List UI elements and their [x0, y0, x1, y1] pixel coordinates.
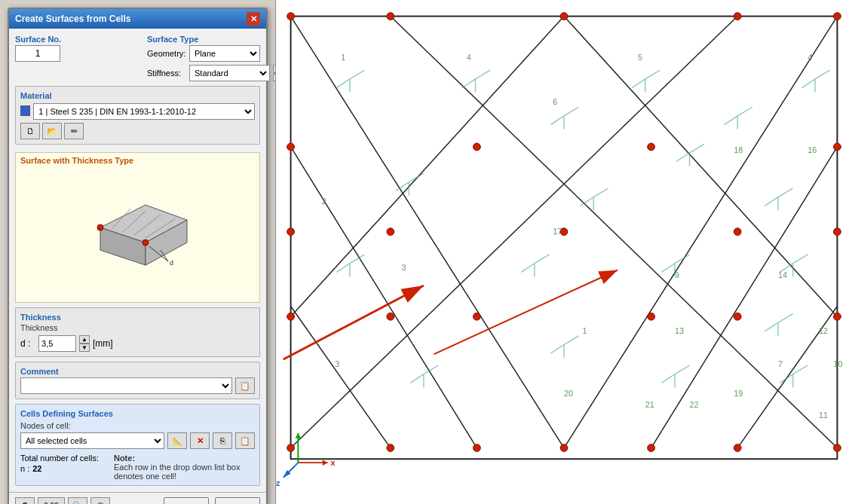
svg-point-28 — [834, 13, 841, 20]
top-row: Surface No. 1 Surface Type Geometry: Pla… — [15, 35, 260, 81]
svg-text:9: 9 — [675, 270, 679, 279]
stiffness-label: Stiffness: — [147, 69, 186, 78]
svg-text:2: 2 — [322, 197, 326, 206]
svg-text:20: 20 — [564, 389, 573, 398]
surface-no-section: Surface No. 1 — [15, 35, 141, 81]
svg-text:14: 14 — [778, 270, 787, 279]
svg-point-46 — [834, 444, 841, 452]
geometry-select[interactable]: Plane Quadric Rotational — [189, 45, 260, 62]
svg-text:10: 10 — [834, 359, 843, 368]
material-new-button[interactable]: 🗋 — [20, 123, 40, 139]
geometry-label: Geometry: — [147, 49, 186, 58]
comment-edit-button[interactable]: 📋 — [235, 377, 255, 394]
svg-text:d: d — [170, 259, 173, 267]
material-edit-button[interactable]: ✏ — [64, 123, 84, 139]
svg-text:6: 6 — [553, 97, 557, 106]
surface-no-value[interactable]: 1 — [15, 45, 60, 62]
svg-text:7: 7 — [778, 359, 783, 368]
svg-point-37 — [834, 228, 841, 236]
thickness-spinners: ▲ ▼ — [79, 335, 90, 352]
svg-text:18: 18 — [734, 145, 743, 154]
view-button[interactable]: 👁 — [90, 497, 110, 504]
material-select[interactable]: 1 | Steel S 235 | DIN EN 1993-1-1:2010-1… — [33, 103, 255, 120]
svg-point-26 — [560, 13, 568, 20]
note-text1: Each row in the drop down list box — [114, 463, 241, 472]
thickness-up-button[interactable]: ▲ — [79, 335, 90, 344]
thickness-input[interactable] — [38, 335, 76, 352]
close-button[interactable]: ✕ — [247, 12, 260, 26]
nodes-row: All selected cells 📐 ✕ ⎘ 📋 — [20, 432, 255, 449]
footer-left-buttons: ? 0.00 🔍 👁 — [15, 497, 110, 504]
svg-text:3: 3 — [402, 263, 406, 272]
viewport: 1 4 5 4 2 6 18 16 3 17 9 14 3 13 7 12 11… — [275, 0, 852, 504]
nodes-pick-button[interactable]: 📐 — [167, 432, 187, 449]
svg-point-40 — [648, 313, 655, 320]
stiffness-select[interactable]: Standard Without In-plane Without Bendin… — [189, 65, 270, 81]
total-cells-col: Total number of cells: n : 22 — [20, 454, 99, 481]
zoom-button[interactable]: 🔍 — [68, 497, 87, 504]
nodes-copy-button[interactable]: ⎘ — [213, 432, 232, 449]
d-label: d : — [20, 338, 35, 349]
total-cells-row: Total number of cells: n : 22 Note: Each… — [20, 454, 255, 481]
svg-text:3: 3 — [335, 359, 339, 368]
svg-text:17: 17 — [553, 227, 562, 236]
material-btn-row: 🗋 📂 ✏ — [20, 123, 255, 139]
cancel-button[interactable]: Cancel — [215, 497, 260, 504]
material-color-box — [20, 105, 30, 116]
svg-text:21: 21 — [645, 400, 654, 409]
nodes-select[interactable]: All selected cells — [20, 432, 164, 449]
note-box: Note: Each row in the drop down list box… — [114, 454, 241, 481]
svg-point-49 — [474, 444, 481, 452]
svg-point-31 — [648, 143, 655, 151]
comment-select[interactable] — [20, 377, 232, 394]
svg-point-43 — [387, 444, 394, 452]
nodes-delete-button[interactable]: ✕ — [190, 432, 210, 449]
thickness-label: Thickness — [20, 313, 255, 322]
svg-point-39 — [474, 313, 481, 320]
svg-text:4: 4 — [467, 53, 471, 62]
geometry-row: Geometry: Plane Quadric Rotational — [147, 45, 260, 62]
preview-area: Surface with Thickness Type — [15, 152, 260, 303]
svg-point-45 — [734, 444, 741, 452]
svg-point-41 — [834, 313, 841, 320]
svg-text:1: 1 — [582, 326, 587, 335]
nodes-paste-button[interactable]: 📋 — [235, 432, 255, 449]
preview-label: Surface with Thickness Type — [20, 156, 133, 165]
surface-no-label: Surface No. — [15, 35, 141, 44]
n-value: 22 — [32, 464, 41, 473]
comment-row: 📋 — [20, 377, 255, 394]
svg-point-44 — [560, 444, 568, 452]
note-title: Note: — [114, 454, 241, 463]
material-open-button[interactable]: 📂 — [42, 123, 62, 139]
dialog-footer: ? 0.00 🔍 👁 OK Cancel — [9, 492, 266, 504]
ok-button[interactable]: OK — [164, 497, 209, 504]
svg-text:4: 4 — [808, 53, 812, 62]
svg-text:19: 19 — [734, 389, 743, 398]
svg-point-33 — [287, 228, 295, 236]
cells-section: Cells Defining Surfaces Nodes of cell: A… — [15, 404, 260, 486]
help-button[interactable]: ? — [15, 497, 35, 504]
svg-text:22: 22 — [690, 400, 699, 409]
viewport-svg: 1 4 5 4 2 6 18 16 3 17 9 14 3 13 7 12 11… — [276, 0, 852, 504]
thickness-down-button[interactable]: ▼ — [79, 344, 90, 352]
svg-text:12: 12 — [819, 326, 828, 335]
svg-point-25 — [387, 13, 394, 20]
note-text2: denotes one cell! — [114, 472, 241, 481]
svg-text:11: 11 — [819, 411, 828, 420]
material-label: Material — [20, 91, 255, 100]
svg-text:z: z — [276, 478, 280, 487]
calc-button[interactable]: 0.00 — [38, 497, 65, 504]
svg-point-30 — [474, 143, 481, 151]
dialog-title: Create Surfaces from Cells — [15, 14, 130, 24]
total-cells-label: Total number of cells: — [20, 454, 99, 463]
svg-point-34 — [387, 228, 394, 236]
svg-point-32 — [834, 143, 841, 151]
svg-point-47 — [387, 313, 394, 320]
svg-text:1: 1 — [341, 53, 345, 62]
svg-text:5: 5 — [638, 53, 642, 62]
surface-type-section: Surface Type Geometry: Plane Quadric Rot… — [147, 35, 260, 81]
n-label: n : — [20, 464, 29, 473]
dialog-body: Surface No. 1 Surface Type Geometry: Pla… — [9, 29, 266, 492]
dialog-titlebar: Create Surfaces from Cells ✕ — [9, 9, 266, 29]
svg-text:13: 13 — [675, 326, 684, 335]
